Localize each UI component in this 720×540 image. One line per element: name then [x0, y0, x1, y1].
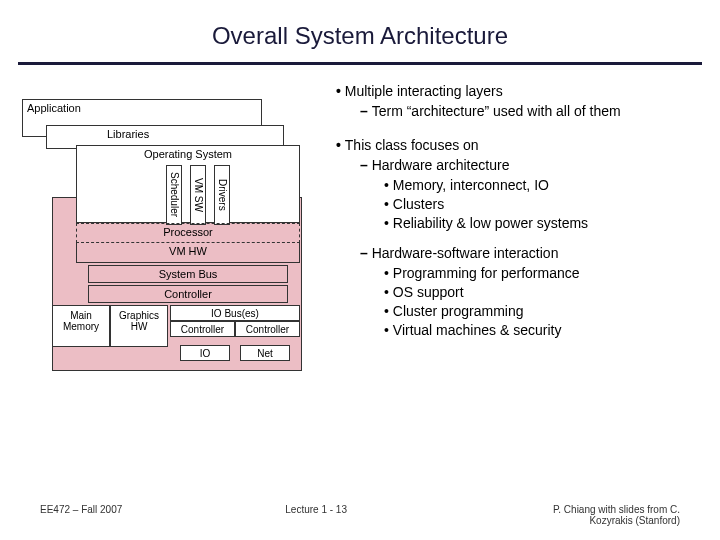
bullet-column: Multiple interacting layers Term “archit… — [330, 79, 702, 341]
bullet-list: Multiple interacting layers Term “archit… — [330, 83, 702, 338]
footer-credit: P. Chiang with slides from C. Kozyrakis … — [510, 504, 680, 526]
slide-title: Overall System Architecture — [0, 0, 720, 62]
bullet-layers: Multiple interacting layers — [336, 83, 702, 99]
bullet-memory-io: Memory, interconnect, IO — [384, 177, 702, 193]
bullet-vm-sec: Virtual machines & security — [384, 322, 702, 338]
diagram-column: Application Libraries Operating System S… — [18, 79, 318, 341]
footer: EE472 – Fall 2007 Lecture 1 - 13 P. Chia… — [0, 504, 720, 526]
bullet-hw-sw: Hardware-software interaction — [360, 245, 702, 261]
box-scheduler: Scheduler — [166, 165, 182, 225]
footer-course: EE472 – Fall 2007 — [40, 504, 122, 526]
box-drivers: Drivers — [214, 165, 230, 225]
box-vm-sw: VM SW — [190, 165, 206, 225]
box-io-controller-1: Controller — [170, 321, 235, 337]
bullet-perf: Programming for performance — [384, 265, 702, 281]
bullet-os: OS support — [384, 284, 702, 300]
box-io: IO — [180, 345, 230, 361]
title-divider — [18, 62, 702, 65]
bullet-focus: This class focuses on — [336, 137, 702, 153]
box-vm-hw: VM HW — [76, 243, 300, 263]
bullet-hw-arch: Hardware architecture — [360, 157, 702, 173]
box-net: Net — [240, 345, 290, 361]
box-main-memory: Main Memory — [52, 305, 110, 347]
box-system-bus: System Bus — [88, 265, 288, 283]
bullet-cluster-prog: Cluster programming — [384, 303, 702, 319]
box-controller: Controller — [88, 285, 288, 303]
bullet-reliability: Reliability & low power systems — [384, 215, 702, 231]
box-os: Operating System — [76, 145, 300, 223]
box-io-controller-2: Controller — [235, 321, 300, 337]
slide-body: Application Libraries Operating System S… — [0, 79, 720, 341]
bullet-term-arch: Term “architecture” used with all of the… — [360, 103, 702, 119]
box-graphics-hw: Graphics HW — [110, 305, 168, 347]
footer-lecture: Lecture 1 - 13 — [285, 504, 347, 526]
box-io-buses: IO Bus(es) — [170, 305, 300, 321]
bullet-clusters: Clusters — [384, 196, 702, 212]
box-processor: Processor — [76, 223, 300, 243]
